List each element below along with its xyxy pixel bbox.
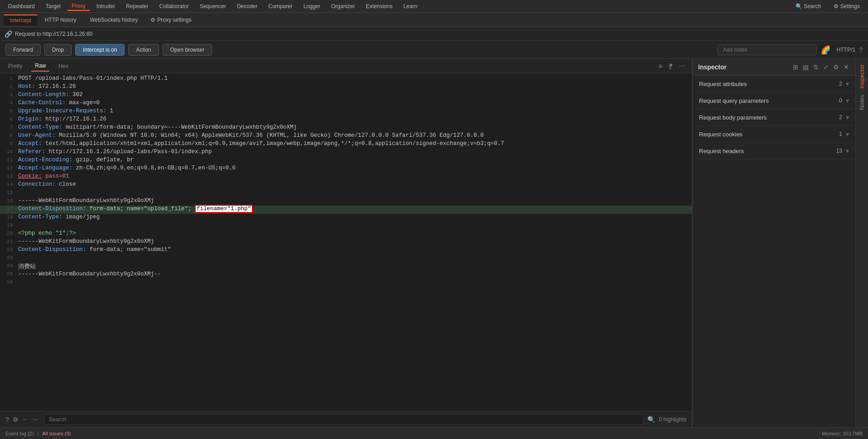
- tab-proxy-settings[interactable]: ⚙ Proxy settings: [145, 15, 197, 25]
- all-issues-label[interactable]: All issues (9): [42, 431, 71, 436]
- drop-button[interactable]: Drop: [44, 44, 72, 56]
- line-17: 17 Content-Disposition: form-data; name=…: [0, 206, 692, 214]
- tab-websockets-history[interactable]: WebSockets history: [84, 15, 145, 25]
- line-25: 25 ------WebKitFormBoundaryLwxhbty9g2x0o…: [0, 271, 692, 279]
- nav-sequencer[interactable]: Sequencer: [195, 2, 231, 10]
- help-icon[interactable]: ?: [859, 46, 863, 53]
- chevron-down-icon: ▾: [846, 147, 849, 154]
- more-icon[interactable]: ⋯: [677, 62, 687, 71]
- rainbow-icon: 🌈: [820, 45, 830, 55]
- line-9: 9 Accept: text/html,application/xhtml+xm…: [0, 140, 692, 149]
- action-bar: Forward Drop Intercept is on Action Open…: [0, 41, 868, 59]
- nav-target[interactable]: Target: [41, 2, 65, 10]
- inspector-row-query-params[interactable]: Request query parameters 0 ▾: [693, 92, 855, 109]
- line-14: 14 Connection: close: [0, 181, 692, 189]
- nav-proxy[interactable]: Proxy: [67, 2, 90, 11]
- nav-comparer[interactable]: Comparer: [264, 2, 297, 10]
- http-version-badge: HTTP/1: [837, 47, 855, 53]
- tab-http-history[interactable]: HTTP history: [39, 15, 83, 25]
- sort-icon[interactable]: ⇅: [812, 63, 820, 72]
- word-wrap-icon[interactable]: ≡: [657, 62, 664, 71]
- query-params-label: Request query parameters: [699, 97, 839, 104]
- line-16: 16 ------WebKitFormBoundaryLwxhbty9g2x0o…: [0, 198, 692, 206]
- bottom-toolbar: ? ⚙ ← →: [5, 416, 39, 423]
- line-18: 18 Content-Type: image/jpeg: [0, 214, 692, 222]
- memory-label: Memory: 163.7MB: [822, 431, 863, 436]
- url-bar: 🔗 Request to http://172.16.1.26:80: [0, 27, 868, 41]
- request-attributes-label: Request attributes: [699, 81, 839, 87]
- line-11: 11 Accept-Encoding: gzip, deflate, br: [0, 157, 692, 165]
- nav-learn[interactable]: Learn: [399, 2, 422, 10]
- line-23: 23: [0, 255, 692, 263]
- line-2: 2 Host: 172.16.1.26: [0, 83, 692, 92]
- intercept-toggle-button[interactable]: Intercept is on: [75, 44, 125, 56]
- grid-view-icon[interactable]: ⊞: [792, 63, 799, 72]
- left-panel: Pretty Raw Hex ≡ ⁋ ⋯ 1 POST /upload-labs…: [0, 59, 692, 427]
- tab-pretty[interactable]: Pretty: [5, 61, 26, 71]
- line-19: 19: [0, 222, 692, 230]
- inspector-row-headers[interactable]: Request headers 13 ▾: [693, 143, 855, 159]
- line-24: 24 消费站: [0, 263, 692, 271]
- line-15: 15: [0, 189, 692, 198]
- nav-decoder[interactable]: Decoder: [232, 2, 262, 10]
- side-notes-icon[interactable]: Notes: [857, 92, 867, 113]
- inspector-row-body-params[interactable]: Request body parameters 2 ▾: [693, 109, 855, 126]
- event-log-bar: Event log (2) | All issues (9) Memory: 1…: [0, 427, 868, 439]
- settings-bottom-icon[interactable]: ⚙: [13, 416, 19, 423]
- search-input[interactable]: [44, 414, 644, 425]
- tab-intercept[interactable]: Intercept: [4, 14, 38, 25]
- editor-toolbar: ≡ ⁋ ⋯: [657, 62, 687, 71]
- nav-bar: Dashboard Target Proxy Intruder Repeater…: [0, 0, 868, 13]
- nav-repeater[interactable]: Repeater: [121, 2, 153, 10]
- nav-settings[interactable]: ⚙ Settings: [829, 2, 864, 10]
- highlights-badge: 0 highlights: [659, 416, 686, 423]
- help-bottom-icon[interactable]: ?: [5, 416, 9, 423]
- nav-logger[interactable]: Logger: [299, 2, 325, 10]
- open-browser-button[interactable]: Open browser: [163, 44, 212, 56]
- line-5: 5 Upgrade-Insecure-Requests: 1: [0, 108, 692, 116]
- line-8: 8 User-Agent: Mozilla/5.0 (Windows NT 10…: [0, 132, 692, 140]
- bottom-search-bar: ? ⚙ ← → 🔍 0 highlights: [0, 411, 692, 427]
- nav-dashboard[interactable]: Dashboard: [4, 2, 39, 10]
- line-3: 3 Content-Length: 302: [0, 92, 692, 100]
- tab-raw[interactable]: Raw: [31, 61, 49, 72]
- line-20: 20 <?php echo "1";?>: [0, 230, 692, 238]
- request-attributes-count: 2: [839, 81, 842, 87]
- action-button[interactable]: Action: [128, 44, 159, 56]
- nav-search[interactable]: 🔍 Search: [791, 2, 825, 10]
- tab-hex[interactable]: Hex: [55, 61, 72, 71]
- query-params-count: 0: [839, 97, 842, 104]
- close-inspector-icon[interactable]: ✕: [843, 63, 850, 72]
- code-editor[interactable]: 1 POST /upload-labs/Pass-01/index.php HT…: [0, 73, 692, 411]
- expand-icon[interactable]: ⤢: [822, 63, 829, 72]
- forward-icon[interactable]: →: [32, 416, 39, 423]
- event-log-label[interactable]: Event log (2): [5, 431, 34, 436]
- back-icon[interactable]: ←: [22, 416, 29, 423]
- nav-extensions[interactable]: Extensions: [362, 2, 397, 10]
- body-params-label: Request body parameters: [699, 114, 839, 121]
- line-12: 12 Accept-Language: zh-CN,zh;q=0.9,en;q=…: [0, 165, 692, 173]
- inspector-body: Request attributes 2 ▾ Request query par…: [693, 76, 855, 427]
- nav-organizer[interactable]: Organizer: [327, 2, 360, 10]
- list-view-icon[interactable]: ▤: [802, 63, 810, 72]
- add-notes-input[interactable]: [717, 44, 817, 55]
- nav-intruder[interactable]: Intruder: [92, 2, 120, 10]
- line-10: 10 Referer: http://172.16.1.26/upload-la…: [0, 149, 692, 157]
- line-4: 4 Cache-Control: max-age=0: [0, 100, 692, 108]
- inspector-row-cookies[interactable]: Request cookies 1 ▾: [693, 126, 855, 143]
- cookies-label: Request cookies: [699, 131, 839, 138]
- line-26: 26: [0, 279, 692, 287]
- line-7: 7 Content-Type: multipart/form-data; bou…: [0, 124, 692, 132]
- gear-icon[interactable]: ⚙: [832, 63, 840, 72]
- forward-button[interactable]: Forward: [5, 44, 41, 56]
- cookies-count: 1: [839, 131, 842, 137]
- nav-collaborator[interactable]: Collaborator: [155, 2, 193, 10]
- chevron-down-icon: ▾: [846, 80, 849, 87]
- line-22: 22 Content-Disposition: form-data; name=…: [0, 246, 692, 255]
- side-inspector-icon[interactable]: Inspector: [857, 62, 867, 91]
- inspector-panel: Inspector ⊞ ▤ ⇅ ⤢ ⚙ ✕ Request attributes…: [692, 59, 855, 427]
- indent-icon[interactable]: ⁋: [667, 62, 675, 71]
- headers-count: 13: [836, 148, 842, 154]
- inspector-row-request-attributes[interactable]: Request attributes 2 ▾: [693, 76, 855, 92]
- settings-icon: ⚙: [150, 17, 155, 23]
